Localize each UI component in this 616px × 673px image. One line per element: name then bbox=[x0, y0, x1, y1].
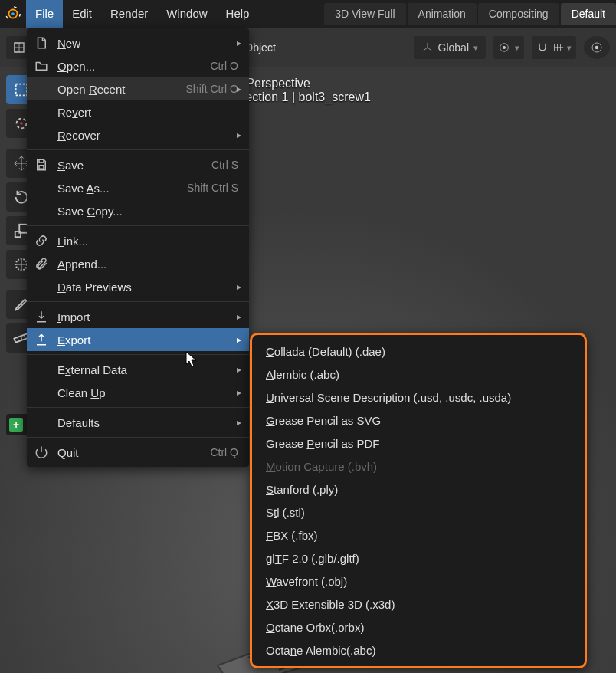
menu-item-recover[interactable]: Recover▸ bbox=[27, 123, 249, 146]
export-item[interactable]: Collada (Default) (.dae) bbox=[252, 340, 585, 363]
save-icon bbox=[33, 158, 50, 172]
menu-item-label: Save As... bbox=[57, 182, 164, 195]
workspace-tab[interactable]: 3D View Full bbox=[324, 3, 405, 25]
proportional-edit-toggle[interactable] bbox=[584, 36, 610, 59]
submenu-arrow-icon: ▸ bbox=[237, 311, 241, 322]
submenu-arrow-icon: ▸ bbox=[237, 334, 241, 345]
menu-item-open[interactable]: Open...Ctrl O bbox=[27, 54, 249, 77]
svg-point-13 bbox=[595, 46, 599, 50]
menu-item-revert[interactable]: Revert bbox=[27, 100, 249, 123]
export-item[interactable]: Stanford (.ply) bbox=[252, 478, 585, 501]
export-item[interactable]: Universal Scene Description (.usd, .usdc… bbox=[252, 386, 585, 409]
menu-item-new[interactable]: New▸ bbox=[27, 31, 249, 54]
export-item[interactable]: glTF 2.0 (.glb/.gltf) bbox=[252, 547, 585, 570]
menu-item-label: Octane Alembic(.abc) bbox=[266, 644, 574, 657]
menu-item-save-copy[interactable]: Save Copy... bbox=[27, 199, 249, 222]
menu-item-label: Open Recent bbox=[57, 83, 163, 96]
menu-item-label: Import bbox=[57, 310, 238, 323]
orientation-dropdown[interactable]: Global ▾ bbox=[414, 36, 486, 59]
menu-item-save-as[interactable]: Save As...Shift Ctrl S bbox=[27, 176, 249, 199]
link-icon bbox=[33, 234, 50, 248]
svg-line-8 bbox=[428, 48, 431, 51]
export-item[interactable]: Wavefront (.obj) bbox=[252, 570, 585, 593]
menubar: FileEditRenderWindowHelp 3D View FullAni… bbox=[0, 0, 616, 28]
export-submenu: Collada (Default) (.dae)Alembic (.abc)Un… bbox=[250, 333, 587, 668]
menu-item-defaults[interactable]: Defaults▸ bbox=[27, 411, 249, 434]
menubar-item-edit[interactable]: Edit bbox=[63, 0, 101, 28]
svg-line-26 bbox=[18, 338, 18, 340]
menu-item-label: Open... bbox=[57, 60, 187, 73]
menu-item-clean-up[interactable]: Clean Up▸ bbox=[27, 381, 249, 404]
workspace-tab[interactable]: Animation bbox=[408, 3, 477, 25]
menu-item-label: Motion Capture (.bvh) bbox=[266, 460, 574, 473]
export-item[interactable]: Grease Pencil as PDF bbox=[252, 432, 585, 455]
menu-item-append[interactable]: Append... bbox=[27, 252, 249, 275]
menu-item-quit[interactable]: QuitCtrl Q bbox=[27, 441, 249, 464]
doc-icon bbox=[33, 36, 50, 50]
menu-item-label: Save Copy... bbox=[57, 205, 238, 218]
menu-item-label: Grease Pencil as PDF bbox=[266, 437, 574, 450]
submenu-arrow-icon: ▸ bbox=[237, 38, 241, 48]
submenu-arrow-icon: ▸ bbox=[237, 387, 241, 398]
axes-icon bbox=[421, 41, 434, 54]
submenu-arrow-icon: ▸ bbox=[237, 364, 241, 375]
menu-shortcut: Shift Ctrl S bbox=[187, 182, 238, 194]
export-item[interactable]: Alembic (.abc) bbox=[252, 363, 585, 386]
menu-item-external-data[interactable]: External Data▸ bbox=[27, 358, 249, 381]
menu-item-import[interactable]: Import▸ bbox=[27, 305, 249, 328]
menu-item-label: glTF 2.0 (.glb/.gltf) bbox=[266, 552, 574, 565]
menu-shortcut: Shift Ctrl O bbox=[186, 83, 238, 95]
clip-icon bbox=[33, 257, 50, 271]
magnet-icon bbox=[536, 41, 549, 54]
export-item[interactable]: Octane Orbx(.orbx) bbox=[252, 616, 585, 639]
menu-item-label: New bbox=[57, 37, 238, 50]
menu-item-label: Quit bbox=[57, 446, 187, 459]
menu-item-label: Defaults bbox=[57, 416, 238, 429]
export-item[interactable]: FBX (.fbx) bbox=[252, 524, 585, 547]
export-item[interactable]: Octane Alembic(.abc) bbox=[252, 639, 585, 662]
menu-item-label: Export bbox=[57, 333, 238, 346]
menu-item-link[interactable]: Link... bbox=[27, 229, 249, 252]
menu-item-label: FBX (.fbx) bbox=[266, 529, 574, 542]
svg-rect-19 bbox=[16, 84, 28, 96]
svg-rect-29 bbox=[39, 159, 44, 163]
pivot-dropdown[interactable]: ▾ bbox=[493, 36, 524, 59]
menu-item-label: X3D Extensible 3D (.x3d) bbox=[266, 598, 574, 611]
menu-item-label: Grease Pencil as SVG bbox=[266, 414, 574, 427]
menubar-item-help[interactable]: Help bbox=[217, 0, 259, 28]
menu-item-label: Data Previews bbox=[57, 281, 238, 294]
menu-item-label: Append... bbox=[57, 258, 238, 271]
menu-shortcut: Ctrl Q bbox=[210, 446, 238, 458]
snap-dropdown[interactable]: ⊦⊦⊦ ▾ bbox=[532, 36, 576, 59]
menu-item-open-recent[interactable]: Open RecentShift Ctrl O▸ bbox=[27, 77, 249, 100]
workspace-tab[interactable]: Default bbox=[561, 3, 616, 25]
svg-point-21 bbox=[20, 122, 23, 125]
menu-item-label: Clean Up bbox=[57, 386, 238, 399]
workspace-tab[interactable]: Compositing bbox=[478, 3, 559, 25]
menu-item-label: Octane Orbx(.orbx) bbox=[266, 621, 574, 634]
menu-item-label: Save bbox=[57, 159, 188, 172]
export-item[interactable]: Grease Pencil as SVG bbox=[252, 409, 585, 432]
menu-item-label: External Data bbox=[57, 363, 238, 376]
menu-item-data-previews[interactable]: Data Previews▸ bbox=[27, 275, 249, 298]
app-icon[interactable] bbox=[0, 0, 26, 28]
menu-item-label: Alembic (.abc) bbox=[266, 368, 574, 381]
snap-increment-icon: ⊦⊦⊦ bbox=[553, 42, 562, 53]
menu-item-export[interactable]: Export▸ bbox=[27, 328, 249, 351]
submenu-arrow-icon: ▸ bbox=[237, 281, 241, 292]
menu-object[interactable]: Object bbox=[244, 41, 275, 54]
menubar-item-file[interactable]: File bbox=[26, 0, 63, 28]
power-icon bbox=[33, 445, 50, 459]
export-item[interactable]: X3D Extensible 3D (.x3d) bbox=[252, 593, 585, 616]
menubar-item-window[interactable]: Window bbox=[157, 0, 216, 28]
menu-item-save[interactable]: SaveCtrl S bbox=[27, 153, 249, 176]
export-item[interactable]: Stl (.stl) bbox=[252, 501, 585, 524]
submenu-arrow-icon: ▸ bbox=[237, 84, 241, 94]
submenu-arrow-icon: ▸ bbox=[237, 417, 241, 428]
submenu-arrow-icon: ▸ bbox=[237, 130, 241, 140]
menu-item-label: Link... bbox=[57, 235, 238, 248]
menubar-item-render[interactable]: Render bbox=[101, 0, 157, 28]
chevron-down-icon: ▾ bbox=[567, 43, 572, 53]
svg-line-28 bbox=[25, 336, 25, 338]
svg-line-27 bbox=[21, 336, 21, 339]
